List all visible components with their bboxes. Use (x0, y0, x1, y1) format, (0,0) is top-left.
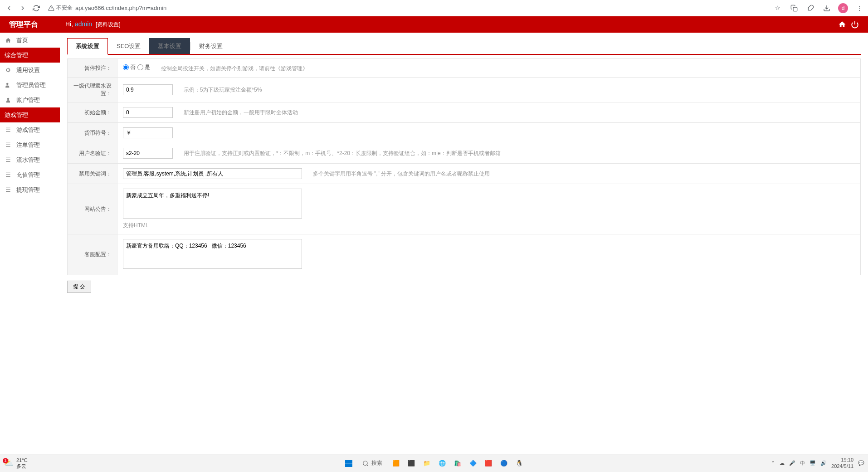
svg-point-2 (7, 97, 10, 100)
sidebar-item-label: 首页 (16, 36, 28, 44)
user-icon (5, 97, 12, 103)
sidebar-item-label: 流水管理 (16, 156, 40, 164)
tab-seo[interactable]: SEO设置 (108, 38, 149, 54)
tab-bar: 系统设置 SEO设置 基本设置 财务设置 (67, 38, 861, 55)
sidebar-item-label: 注单管理 (16, 141, 40, 149)
app-header: 管理平台 Hi, admin [资料设置] (0, 16, 868, 33)
bookmark-star-icon[interactable]: ☆ (773, 3, 783, 13)
sidebar-item-game-mgmt[interactable]: ☰游戏管理 (0, 122, 60, 137)
tab-system[interactable]: 系统设置 (67, 38, 108, 55)
list-icon: ☰ (5, 156, 12, 163)
user-verify-hint: 用于注册验证，支持正则或内置验证，*：不限制，m：手机号、*2-20：长度限制，… (184, 150, 501, 156)
radio-yes[interactable] (137, 64, 143, 70)
announce-label: 网站公告： (68, 184, 117, 234)
agent-rebate-hint: 示例：5为下级玩家投注金额*5% (184, 87, 262, 93)
tab-label: 系统设置 (76, 43, 99, 49)
security-text: 不安全 (56, 4, 73, 12)
sidebar-item-accounts[interactable]: 账户管理 (0, 92, 60, 107)
sidebar-item-label: 提现管理 (16, 186, 40, 194)
browser-toolbar: 不安全 api.yao666.cc/index.php?m=admin ☆ d … (0, 0, 868, 16)
username[interactable]: admin (75, 20, 92, 28)
svg-rect-0 (793, 7, 797, 11)
extensions-icon[interactable] (805, 3, 815, 13)
power-icon[interactable] (851, 20, 859, 29)
svg-point-1 (6, 83, 9, 85)
pause-bet-label: 暂停投注： (68, 59, 117, 78)
sidebar-header-label: 综合管理 (5, 51, 28, 59)
submit-button[interactable]: 提 交 (67, 281, 91, 293)
list-icon: ☰ (5, 127, 12, 133)
service-textarea[interactable] (123, 239, 302, 269)
sidebar-item-label: 充值管理 (16, 171, 40, 179)
sidebar-item-admin[interactable]: 管理员管理 (0, 78, 60, 92)
menu-icon[interactable]: ⋮ (854, 3, 864, 13)
content-area: 系统设置 SEO设置 基本设置 财务设置 暂停投注： 否 是 控制全局投注开关，… (60, 33, 868, 454)
sidebar-header-game: 游戏管理 (0, 107, 60, 122)
download-icon[interactable] (822, 3, 832, 13)
pause-bet-no[interactable]: 否 (123, 63, 136, 71)
sidebar-item-general-settings[interactable]: ⚙通用设置 (0, 63, 60, 78)
user-verify-label: 用户名验证： (68, 143, 117, 164)
back-button[interactable] (4, 3, 15, 14)
sidebar: 首页 综合管理 ⚙通用设置 管理员管理 账户管理 游戏管理 ☰游戏管理 ☰注单管… (0, 33, 60, 454)
agent-rebate-label: 一级代理返水设置： (68, 78, 117, 102)
list-icon: ☰ (5, 186, 12, 193)
sidebar-item-label: 通用设置 (16, 66, 40, 74)
gear-icon: ⚙ (5, 67, 12, 73)
init-amount-input[interactable] (123, 107, 173, 118)
currency-input[interactable] (123, 127, 173, 138)
pause-bet-hint: 控制全局投注开关，如需关停个别游戏，请前往《游戏管理》 (161, 65, 308, 72)
profile-avatar[interactable]: d (838, 3, 848, 13)
refresh-button[interactable] (31, 3, 42, 14)
page-subtitle: [资料设置] (96, 21, 121, 28)
sidebar-item-label: 管理员管理 (16, 81, 46, 89)
home-icon (5, 37, 12, 44)
address-bar[interactable]: 不安全 api.yao666.cc/index.php?m=admin (48, 4, 166, 12)
tab-basic[interactable]: 基本设置 (149, 38, 190, 54)
init-amount-label: 初始金额： (68, 102, 117, 123)
pause-bet-yes[interactable]: 是 (137, 63, 150, 71)
security-chip: 不安全 (48, 4, 73, 12)
service-label: 客服配置： (68, 234, 117, 275)
forbidden-label: 禁用关键词： (68, 164, 117, 184)
sidebar-header-general: 综合管理 (0, 48, 60, 63)
sidebar-item-orders[interactable]: ☰注单管理 (0, 137, 60, 152)
sidebar-item-label: 账户管理 (16, 96, 40, 104)
sidebar-item-recharge[interactable]: ☰充值管理 (0, 167, 60, 182)
tab-finance[interactable]: 财务设置 (190, 38, 231, 54)
settings-form: 暂停投注： 否 是 控制全局投注开关，如需关停个别游戏，请前往《游戏管理》 一级… (67, 58, 861, 275)
tab-label: 基本设置 (158, 43, 181, 49)
url-text: api.yao666.cc/index.php?m=admin (75, 5, 166, 11)
users-icon (5, 82, 12, 88)
currency-label: 货币符号： (68, 123, 117, 143)
sidebar-header-label: 游戏管理 (5, 111, 28, 119)
tab-label: 财务设置 (199, 43, 223, 49)
list-icon: ☰ (5, 171, 12, 178)
radio-no[interactable] (123, 64, 129, 70)
init-amount-hint: 新注册用户初始的金额，一般用于限时全体活动 (184, 109, 298, 116)
hi-text: Hi, (65, 20, 75, 28)
platform-title: 管理平台 (5, 20, 47, 29)
copy-icon[interactable] (789, 3, 799, 13)
forbidden-hint: 多个关键字用用半角逗号 "," 分开，包含关键词的用户名或者昵称禁止使用 (313, 170, 490, 177)
forward-button[interactable] (17, 3, 28, 14)
home-icon[interactable] (838, 20, 846, 29)
agent-rebate-input[interactable] (123, 84, 173, 95)
sidebar-item-label: 游戏管理 (16, 126, 40, 134)
forbidden-input[interactable] (123, 168, 302, 179)
greeting: Hi, admin [资料设置] (65, 20, 121, 29)
sidebar-item-flow[interactable]: ☰流水管理 (0, 152, 60, 167)
announce-textarea[interactable] (123, 189, 302, 219)
user-verify-input[interactable] (123, 148, 173, 159)
sidebar-item-home[interactable]: 首页 (0, 33, 60, 48)
tab-label: SEO设置 (117, 43, 141, 49)
list-icon: ☰ (5, 141, 12, 148)
announce-hint: 支持HTML (123, 222, 855, 229)
sidebar-item-withdraw[interactable]: ☰提现管理 (0, 182, 60, 197)
